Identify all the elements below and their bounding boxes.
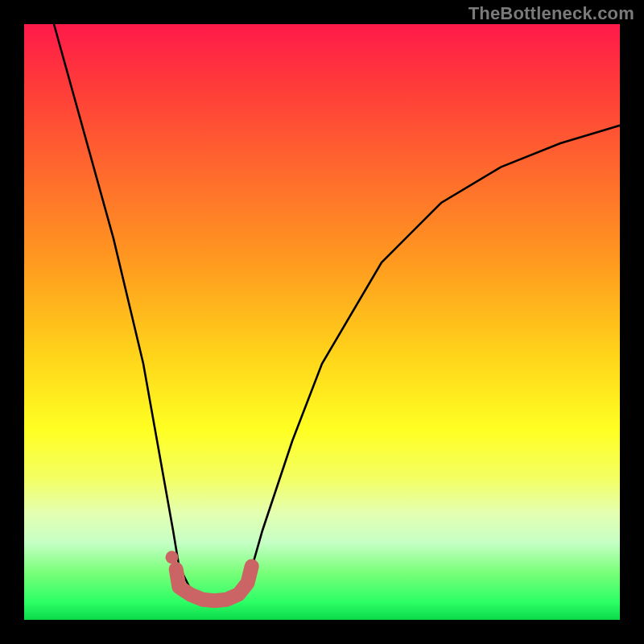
chart-frame: TheBottleneck.com <box>0 0 644 644</box>
highlight-dot <box>166 551 179 564</box>
watermark-text: TheBottleneck.com <box>469 3 634 24</box>
plot-area <box>24 24 620 620</box>
series-curve <box>54 24 620 602</box>
chart-svg <box>24 24 620 620</box>
